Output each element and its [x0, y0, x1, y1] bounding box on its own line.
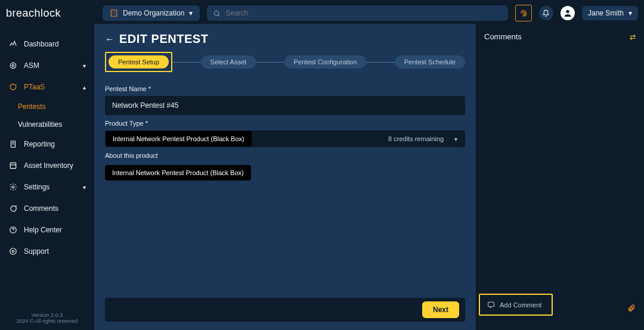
chevron-down-icon: ▾	[83, 184, 86, 191]
about-product-value: Internal Network Pentest Product (Black …	[105, 165, 251, 180]
nav-label: Pentests	[18, 102, 46, 111]
gear-icon	[8, 182, 18, 192]
comment-icon	[8, 204, 18, 213]
comments-panel: Comments ⇄ Add Comment	[476, 24, 644, 330]
sidebar-item-settings[interactable]: Settings ▾	[0, 176, 94, 198]
sidebar-subitem-vulnerabilities[interactable]: Vulnerabilities	[0, 116, 94, 133]
user-name: Jane Smith	[588, 9, 624, 17]
help-icon	[8, 225, 18, 235]
form-footer: Next	[105, 298, 465, 322]
svg-rect-11	[488, 302, 494, 307]
copyright-text: 2024 © All rights reserved	[0, 318, 94, 324]
nav-label: Comments	[24, 204, 58, 213]
step-pentest-config[interactable]: Pentest Configuration	[284, 55, 367, 69]
pentest-name-label: Pentest Name *	[105, 85, 465, 92]
brand-text: breachlock	[6, 7, 61, 20]
shield-icon	[8, 82, 18, 92]
nav-label: PTaaS	[24, 83, 45, 91]
search-field[interactable]	[207, 5, 508, 21]
target-icon	[8, 61, 18, 70]
chevron-down-icon: ▾	[83, 63, 86, 69]
chevron-down-icon: ▾	[189, 9, 193, 17]
nav-label: Help Center	[24, 226, 62, 234]
svg-point-4	[12, 64, 14, 67]
sidebar-item-comments[interactable]: Comments	[0, 198, 94, 219]
search-input[interactable]	[225, 9, 502, 17]
chevron-up-icon: ▴	[83, 84, 86, 91]
add-comment-placeholder: Add Comment	[500, 301, 541, 309]
svg-point-7	[12, 186, 14, 188]
search-icon	[213, 10, 221, 17]
about-product-label: About this product	[105, 152, 465, 159]
stepper: Pentest Setup Select Asset Pentest Confi…	[105, 52, 465, 72]
page-title: EDIT PENTEST	[119, 32, 208, 46]
step-pentest-setup[interactable]: Pentest Setup	[109, 55, 169, 69]
topbar: breachlock Demo Organization ▾ Jane Smit…	[0, 2, 644, 24]
product-type-select[interactable]: Internal Network Pentest Product (Black …	[105, 130, 465, 147]
step-connector	[256, 62, 284, 63]
sidebar-item-ptaas[interactable]: PTaaS ▴	[0, 76, 94, 98]
svg-point-1	[215, 11, 219, 15]
chevron-down-icon: ▾	[628, 9, 632, 17]
org-selector[interactable]: Demo Organization ▾	[103, 5, 200, 21]
swap-icon[interactable]: ⇄	[630, 33, 636, 41]
svg-rect-6	[10, 163, 16, 168]
inventory-icon	[8, 161, 18, 170]
add-comment-input[interactable]: Add Comment	[482, 297, 549, 312]
document-icon	[8, 139, 18, 149]
sidebar-item-reporting[interactable]: Reporting	[0, 133, 94, 155]
step-connector	[366, 62, 394, 63]
nav-label: Support	[24, 247, 49, 256]
sidebar-subitem-pentests[interactable]: Pentests	[0, 98, 94, 116]
svg-rect-0	[111, 10, 116, 17]
chat-icon	[487, 301, 495, 309]
user-menu[interactable]: Jane Smith ▾	[582, 6, 638, 20]
nav-label: Dashboard	[24, 40, 59, 48]
sidebar-item-inventory[interactable]: Asset Inventory	[0, 155, 94, 176]
sidebar: Dashboard ASM ▾ PTaaS ▴ Pentests Vulnera…	[0, 24, 94, 330]
dashboard-icon	[8, 39, 18, 49]
bell-icon	[542, 10, 550, 17]
fingerprint-icon[interactable]	[515, 5, 532, 21]
nav-label: ASM	[24, 61, 39, 70]
product-type-label: Product Type *	[105, 120, 465, 127]
org-name: Demo Organization	[123, 9, 184, 17]
back-arrow-icon[interactable]: ←	[105, 34, 114, 45]
form-pane: ← EDIT PENTEST Pentest Setup Select Asse…	[94, 24, 476, 330]
step-connector	[172, 62, 200, 63]
pentest-name-input[interactable]	[105, 96, 465, 115]
nav-label: Settings	[24, 183, 49, 191]
brand-logo: breachlock	[6, 7, 95, 20]
avatar[interactable]	[561, 6, 575, 20]
step-pentest-schedule[interactable]: Pentest Schedule	[395, 55, 465, 69]
nav-label: Vulnerabilities	[18, 120, 62, 129]
nav-label: Reporting	[24, 140, 55, 148]
nav-label: Asset Inventory	[24, 161, 73, 170]
notifications-button[interactable]	[539, 6, 553, 20]
product-value: Internal Network Pentest Product (Black …	[106, 131, 252, 147]
sidebar-item-help[interactable]: Help Center	[0, 219, 94, 241]
sidebar-item-dashboard[interactable]: Dashboard	[0, 33, 94, 55]
sidebar-item-support[interactable]: Support	[0, 241, 94, 262]
comments-title: Comments	[484, 32, 522, 41]
svg-point-10	[12, 250, 14, 253]
credits-remaining: 8 credits remaining	[388, 135, 448, 142]
svg-point-3	[10, 63, 16, 68]
svg-point-2	[566, 10, 569, 13]
next-button[interactable]: Next	[422, 301, 459, 318]
building-icon	[110, 9, 118, 17]
sidebar-item-asm[interactable]: ASM ▾	[0, 55, 94, 76]
chevron-down-icon: ▾	[454, 136, 465, 142]
version-text: Version 2.0.3	[0, 312, 94, 318]
sidebar-footer: Version 2.0.3 2024 © All rights reserved	[0, 307, 94, 330]
support-icon	[8, 247, 18, 256]
attachment-icon[interactable]	[627, 304, 636, 312]
step-select-asset[interactable]: Select Asset	[201, 55, 256, 69]
svg-point-9	[10, 248, 17, 255]
